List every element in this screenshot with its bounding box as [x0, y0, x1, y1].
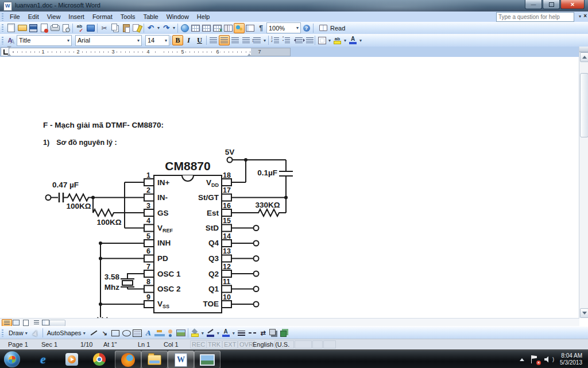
paste-icon[interactable]	[121, 23, 131, 33]
tray-show-hidden-icon[interactable]	[520, 356, 524, 361]
draw-menu-button[interactable]: Draw▾	[6, 329, 30, 337]
taskbar-explorer[interactable]	[141, 351, 168, 368]
menu-window[interactable]: Window	[163, 12, 193, 21]
status-rec[interactable]: REC	[190, 340, 207, 348]
menu-insert[interactable]: Insert	[64, 12, 88, 21]
redo-icon[interactable]	[161, 23, 172, 33]
show-hide-paragraph-icon[interactable]	[256, 23, 266, 33]
zoom-combobox[interactable]: 100% ▾	[266, 22, 301, 33]
format-painter-icon[interactable]	[131, 23, 142, 33]
volume-icon[interactable]	[544, 356, 550, 363]
highlight-dropdown-icon[interactable]	[343, 35, 347, 45]
underline-button[interactable]: U	[194, 35, 205, 45]
menu-view[interactable]: View	[43, 12, 65, 21]
taskbar-internet-explorer[interactable]: e	[34, 352, 52, 367]
text-box-icon[interactable]	[132, 328, 143, 338]
arrow-tool-icon[interactable]	[99, 328, 110, 338]
web-layout-view-button[interactable]	[11, 319, 21, 326]
align-left-button[interactable]	[208, 35, 219, 45]
save-icon[interactable]	[28, 23, 38, 33]
select-objects-icon[interactable]	[30, 328, 41, 338]
research-icon[interactable]	[85, 23, 96, 33]
arrow-style-icon[interactable]	[258, 328, 269, 338]
toolbar-grip[interactable]	[2, 24, 3, 32]
insert-excel-icon[interactable]	[212, 23, 223, 33]
start-button[interactable]	[4, 351, 20, 367]
status-trk[interactable]: TRK	[206, 340, 222, 348]
line-color-icon[interactable]	[205, 328, 216, 338]
hanging-indent-marker[interactable]	[7, 51, 11, 56]
status-ext[interactable]: EXT	[222, 340, 238, 348]
taskbar-firefox[interactable]	[115, 351, 141, 368]
fill-color-icon[interactable]	[189, 328, 200, 338]
menu-help[interactable]: Help	[193, 12, 214, 21]
first-line-indent-marker[interactable]	[7, 46, 11, 51]
redo-dropdown-icon[interactable]	[172, 23, 176, 33]
threed-style-icon[interactable]	[280, 328, 291, 338]
taskbar-clock[interactable]: 8:04 AM 5/3/2013	[560, 352, 588, 366]
rectangle-tool-icon[interactable]	[110, 328, 121, 338]
horizontal-scrollbar-row[interactable]	[0, 318, 579, 327]
taskbar-image-viewer[interactable]	[194, 351, 220, 368]
font-color-icon[interactable]	[347, 35, 358, 45]
taskbar-word[interactable]: W	[168, 351, 194, 368]
borders-icon[interactable]	[316, 35, 327, 45]
scroll-thumb[interactable]	[580, 73, 588, 137]
line-spacing-dropdown-icon[interactable]	[262, 35, 267, 45]
reading-view-button[interactable]	[41, 319, 50, 326]
menu-format[interactable]: Format	[88, 12, 117, 21]
open-icon[interactable]	[17, 23, 28, 33]
justify-button[interactable]	[241, 35, 252, 45]
split-handle[interactable]	[579, 47, 588, 52]
new-document-icon[interactable]	[6, 23, 17, 33]
styles-formatting-icon[interactable]	[6, 35, 17, 45]
help-question-input[interactable]	[496, 12, 574, 22]
ruler-text-area[interactable]: 1 2 3 4 5 6	[9, 48, 252, 56]
document-map-icon[interactable]	[245, 23, 256, 33]
close-button[interactable]: ✕	[560, 0, 585, 9]
toolbar-grip[interactable]	[2, 329, 3, 337]
line-tool-icon[interactable]	[88, 328, 99, 338]
autoshapes-menu-button[interactable]: AutoShapes▾	[44, 329, 88, 337]
right-indent-marker[interactable]	[247, 51, 252, 56]
vertical-scrollbar[interactable]	[579, 47, 588, 318]
print-layout-view-button[interactable]	[21, 319, 30, 326]
align-right-button[interactable]	[230, 35, 241, 45]
dash-style-icon[interactable]	[247, 328, 258, 338]
line-color-dropdown-icon[interactable]	[216, 328, 220, 338]
italic-button[interactable]: I	[183, 35, 194, 45]
bold-button[interactable]: B	[172, 35, 183, 45]
toolbar-grip[interactable]	[2, 37, 3, 44]
outline-view-button[interactable]	[31, 319, 40, 326]
spelling-grammar-icon[interactable]	[74, 23, 85, 33]
copy-icon[interactable]	[110, 23, 121, 33]
fill-color-dropdown-icon[interactable]	[200, 328, 205, 338]
tables-borders-icon[interactable]	[190, 23, 201, 33]
insert-table-icon[interactable]	[201, 23, 212, 33]
menu-tools[interactable]: Tools	[117, 12, 140, 21]
highlight-icon[interactable]	[332, 35, 343, 45]
menu-file[interactable]: File	[6, 12, 24, 21]
shadow-style-icon[interactable]	[269, 328, 280, 338]
toolbar-grip[interactable]	[2, 13, 3, 21]
insert-hyperlink-icon[interactable]	[179, 23, 190, 33]
font-color-dropdown-icon[interactable]	[231, 328, 236, 338]
read-button[interactable]: Read	[315, 23, 348, 33]
wordart-icon[interactable]	[143, 328, 154, 338]
style-combobox[interactable]: Title ▾	[17, 35, 72, 46]
help-icon[interactable]	[301, 23, 312, 33]
clip-art-icon[interactable]	[165, 328, 176, 338]
scroll-up-button[interactable]	[580, 52, 588, 62]
document-page[interactable]: F - Mạch giải mã DTMF- CM8870: 1)Sơ đồ n…	[0, 57, 579, 318]
print-preview-icon[interactable]	[60, 23, 71, 33]
undo-icon[interactable]	[145, 23, 156, 33]
insert-picture-icon[interactable]	[176, 328, 187, 338]
numbered-list-icon[interactable]	[270, 35, 281, 45]
cut-icon[interactable]	[99, 23, 110, 33]
menu-table[interactable]: Table	[139, 12, 162, 21]
undo-dropdown-icon[interactable]	[156, 23, 161, 33]
line-style-icon[interactable]	[236, 328, 247, 338]
bullet-list-icon[interactable]	[281, 35, 292, 45]
increase-indent-icon[interactable]	[303, 35, 314, 45]
diagram-org-chart-icon[interactable]	[154, 328, 165, 338]
